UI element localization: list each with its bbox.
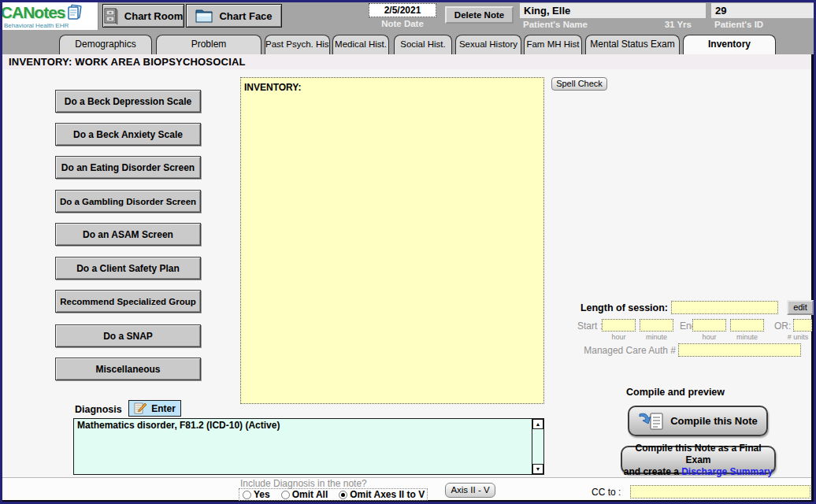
start-hour-input[interactable] xyxy=(602,319,636,332)
logo-subtitle: Behavioral Health EHR xyxy=(4,22,96,29)
gambling-disorder-button[interactable]: Do a Gambling Disorder Screen xyxy=(55,190,201,213)
inventory-textarea[interactable]: INVENTORY: xyxy=(240,77,544,404)
include-diagnosis-question: Include Diagnosis in the note? xyxy=(240,478,367,489)
end-minute-label: minute xyxy=(730,333,764,341)
patient-age: 31 Yrs xyxy=(640,20,692,29)
miscellaneous-button[interactable]: Miscellaneous xyxy=(55,358,201,380)
specialized-group-button[interactable]: Recommend Specialized Group xyxy=(55,290,201,313)
inventory-label: INVENTORY: xyxy=(244,82,301,93)
beck-depression-button[interactable]: Do a Beck Depression Scale xyxy=(55,90,201,113)
tab-fam-mh-hist[interactable]: Fam MH Hist xyxy=(524,35,582,54)
units-input[interactable] xyxy=(793,319,812,332)
note-date-label: Note Date xyxy=(369,19,436,28)
chart-room-label: Chart Room xyxy=(124,10,183,22)
end-hour-input[interactable] xyxy=(692,319,726,332)
main-area: Do a Beck Depression Scale Do a Beck Anx… xyxy=(2,69,811,477)
compile-preview-heading: Compile and preview xyxy=(626,387,725,398)
cc-to-label: CC to : xyxy=(592,487,621,498)
tab-demographics[interactable]: Demographics xyxy=(59,35,152,54)
page-title: INVENTORY: WORK AREA BIOPSYCHOSOCIAL xyxy=(2,54,811,69)
radio-icon xyxy=(243,491,251,499)
radio-label-omit-all: Omit All xyxy=(292,489,328,500)
chart-face-label: Chart Face xyxy=(219,10,272,22)
patient-id-field[interactable]: 29 xyxy=(711,3,814,18)
tab-problem[interactable]: Problem xyxy=(156,35,261,54)
final-exam-line1: Compile this Note as a Final Exam xyxy=(635,443,761,465)
scroll-up-icon[interactable]: ▲ xyxy=(532,419,543,429)
logo-title: ICANotes xyxy=(2,3,65,22)
diagnosis-enter-button[interactable]: Enter xyxy=(128,400,181,417)
final-exam-line2-prefix: and create a xyxy=(624,466,681,477)
start-minute-input[interactable] xyxy=(640,319,673,332)
length-of-session-input[interactable] xyxy=(671,301,778,314)
patient-name-field[interactable]: King, Elle xyxy=(520,3,706,18)
client-safety-plan-button[interactable]: Do a Client Safety Plan xyxy=(55,257,201,280)
delete-note-button[interactable]: Delete Note xyxy=(445,6,514,24)
managed-care-auth-label: Managed Care Auth # xyxy=(573,345,676,356)
radio-option-yes[interactable]: Yes xyxy=(243,489,270,500)
eating-disorder-button[interactable]: Do an Eating Disorder Screen xyxy=(55,156,201,179)
tab-sexual-history[interactable]: Sexual History xyxy=(455,35,521,54)
scroll-down-icon[interactable]: ▼ xyxy=(532,464,543,474)
radio-option-omit-axes[interactable]: Omit Axes II to V xyxy=(339,489,425,500)
diagnosis-list[interactable]: Mathematics disorder, F81.2 (ICD-10) (Ac… xyxy=(73,418,544,475)
start-minute-label: minute xyxy=(640,333,673,341)
or-label: OR: xyxy=(774,321,791,332)
end-minute-input[interactable] xyxy=(730,319,764,332)
compile-arrow-document-icon xyxy=(638,411,665,432)
axis-button[interactable]: Axis II - V xyxy=(445,483,495,498)
radio-selected-icon xyxy=(339,491,347,499)
diagnosis-scrollbar[interactable]: ▲ ▼ xyxy=(532,419,543,474)
beck-anxiety-button[interactable]: Do a Beck Anxiety Scale xyxy=(55,123,201,146)
tab-social-hist[interactable]: Social Hist. xyxy=(394,35,452,54)
compile-note-label: Compile this Note xyxy=(670,415,758,427)
compile-final-exam-button[interactable]: Compile this Note as a Final Exam and cr… xyxy=(621,446,776,474)
folder-icon xyxy=(195,9,213,23)
edit-button[interactable]: edit xyxy=(787,300,814,315)
patient-id-label: Patient's ID xyxy=(714,20,763,29)
radio-option-omit-all[interactable]: Omit All xyxy=(281,489,328,500)
radio-icon xyxy=(281,491,290,499)
tab-mental-status-exam[interactable]: Mental Status Exam xyxy=(585,35,680,54)
start-hour-label: hour xyxy=(602,333,636,341)
diagnosis-enter-label: Enter xyxy=(151,403,176,414)
spell-check-button[interactable]: Spell Check xyxy=(551,77,607,91)
footer-bar: Include Diagnosis in the note? Yes Omit … xyxy=(2,477,811,500)
header-bar: ICANotes Behavioral Health EHR xyxy=(2,2,814,32)
patient-name-label: Patient's Name xyxy=(523,20,588,29)
length-of-session-label: Length of session: xyxy=(563,302,668,313)
end-hour-label: hour xyxy=(692,333,726,341)
chart-room-button[interactable]: Chart Room xyxy=(102,4,184,28)
icanotes-window: ICANotes Behavioral Health EHR xyxy=(0,0,816,504)
include-diagnosis-radio-group: Yes Omit All Omit Axes II to V xyxy=(239,488,428,501)
compile-note-button[interactable]: Compile this Note xyxy=(628,406,768,436)
note-date-field[interactable]: 2/5/2021 xyxy=(369,3,436,17)
chart-face-button[interactable]: Chart Face xyxy=(186,4,282,28)
notes-icon xyxy=(65,4,83,21)
diagnosis-label: Diagnosis xyxy=(75,404,122,415)
units-label: # units xyxy=(782,333,814,341)
cc-to-input[interactable] xyxy=(630,485,810,498)
tab-inventory[interactable]: Inventory xyxy=(683,35,776,54)
app-logo: ICANotes Behavioral Health EHR xyxy=(2,2,98,30)
tab-bar: Demographics Problem Past Psych. Hist. M… xyxy=(2,32,814,54)
diagnosis-entry: Mathematics disorder, F81.2 (ICD-10) (Ac… xyxy=(74,419,543,432)
start-label: Start : xyxy=(577,321,603,332)
asam-screen-button[interactable]: Do an ASAM Screen xyxy=(55,223,201,246)
snap-button[interactable]: Do a SNAP xyxy=(55,324,201,347)
tab-past-psych-hist[interactable]: Past Psych. Hist. xyxy=(265,35,330,54)
managed-care-auth-input[interactable] xyxy=(678,343,801,357)
notepad-pencil-icon xyxy=(134,402,147,414)
file-cabinet-icon xyxy=(104,8,118,24)
tab-medical-hist[interactable]: Medical Hist. xyxy=(332,35,389,54)
discharge-summary-link: Discharge Summary xyxy=(681,466,773,477)
radio-label-yes: Yes xyxy=(254,489,270,500)
radio-label-omit-axes: Omit Axes II to V xyxy=(350,489,425,500)
